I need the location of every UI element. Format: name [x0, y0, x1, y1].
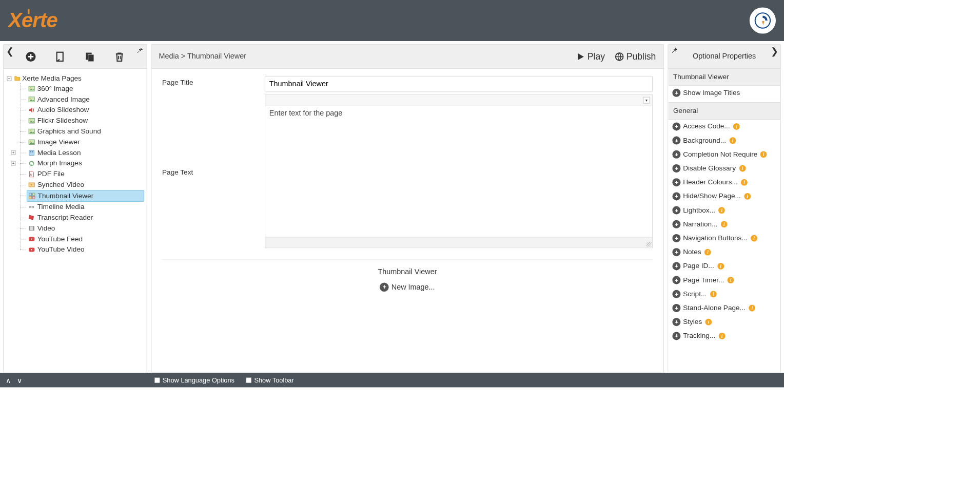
expander-icon[interactable]: + — [11, 161, 16, 166]
info-icon[interactable]: i — [710, 291, 717, 297]
svg-rect-12 — [29, 129, 34, 134]
property-label: Access Code... — [683, 122, 730, 130]
account-badge[interactable] — [750, 7, 776, 33]
tree-item[interactable]: APDF File — [27, 169, 144, 180]
pin-icon[interactable]: 📌︎ — [136, 46, 143, 55]
section-header: Thumbnail Viewer — [668, 69, 780, 86]
tree-item-label: Timeline Media — [37, 203, 85, 211]
info-icon[interactable]: i — [718, 207, 725, 214]
property-item[interactable]: +Show Image Titles — [668, 86, 780, 100]
tree-item[interactable]: Flickr Slideshow — [27, 116, 144, 126]
info-icon[interactable]: i — [705, 319, 712, 325]
tree-item[interactable]: Video — [27, 223, 144, 234]
play-icon — [576, 52, 585, 61]
property-label: Background... — [683, 137, 726, 145]
tree-item[interactable]: YouTube Feed — [27, 234, 144, 244]
info-icon[interactable]: i — [739, 165, 746, 172]
plus-circle-icon: + — [672, 150, 680, 159]
svg-rect-3 — [57, 52, 63, 61]
app-logo: Xerte — [8, 8, 82, 33]
footer-nav: ∧ ∨ — [0, 376, 149, 385]
right-panel: 📌︎ Optional Properties ❯ Thumbnail Viewe… — [668, 44, 781, 373]
property-item[interactable]: +Script...i — [668, 287, 780, 301]
info-icon[interactable]: i — [730, 137, 736, 144]
svg-text:Xerte: Xerte — [8, 9, 58, 31]
insert-button[interactable] — [54, 51, 66, 62]
tree-item[interactable]: Audio Slideshow — [27, 105, 144, 116]
expander-icon[interactable]: − — [7, 76, 12, 81]
checkbox-label: Show Toolbar — [254, 376, 293, 384]
caret-up-icon[interactable]: ∧ — [6, 376, 11, 385]
copy-button[interactable] — [84, 51, 95, 62]
property-item[interactable]: +Background...i — [668, 133, 780, 147]
tree-item[interactable]: Graphics and Sound — [27, 126, 144, 137]
tree-item[interactable]: Morph Images — [27, 158, 144, 169]
checkbox-input[interactable] — [154, 377, 160, 383]
tree-item[interactable]: YouTube Video — [27, 244, 144, 255]
property-item[interactable]: +Hide/Show Page...i — [668, 189, 780, 203]
property-item[interactable]: +Header Colours...i — [668, 176, 780, 189]
svg-rect-22 — [29, 193, 32, 196]
property-item[interactable]: +Narration...i — [668, 217, 780, 231]
pin-icon[interactable]: 📌︎ — [671, 46, 678, 55]
logo-graphic: Xerte — [8, 8, 82, 33]
property-item[interactable]: +Page Timer...i — [668, 273, 780, 287]
add-button[interactable] — [25, 51, 36, 62]
editor-body[interactable]: Enter text for the page — [265, 106, 652, 237]
property-item[interactable]: +Stand-Alone Page...i — [668, 301, 780, 315]
property-item[interactable]: +Completion Not Requiredi — [668, 147, 780, 161]
show-language-checkbox[interactable]: Show Language Options — [154, 376, 234, 384]
property-item[interactable]: +Page ID...i — [668, 259, 780, 273]
tree-item[interactable]: Thumbnail Viewer — [27, 190, 144, 201]
svg-text:A: A — [30, 174, 32, 176]
property-item[interactable]: +Navigation Buttons...i — [668, 231, 780, 245]
youtube-icon — [28, 246, 35, 253]
info-icon[interactable]: i — [719, 333, 726, 339]
tree-item[interactable]: Transcript Reader — [27, 213, 144, 223]
svg-point-11 — [30, 119, 31, 120]
new-image-button[interactable]: + New Image... — [380, 282, 435, 292]
tree-root-item[interactable]: − Xerte Media Pages — [6, 73, 144, 83]
tree-item[interactable]: Media Lesson — [27, 147, 144, 158]
caret-down-icon[interactable]: ∨ — [17, 376, 22, 385]
info-icon[interactable]: i — [744, 193, 751, 200]
plus-circle-icon: + — [672, 304, 680, 312]
tree-item[interactable]: 360° Image — [27, 83, 144, 94]
plus-circle-icon: + — [672, 332, 680, 340]
editor-resize-handle[interactable] — [265, 237, 652, 248]
tree-item[interactable]: Advanced Image — [27, 94, 144, 105]
info-icon[interactable]: i — [717, 263, 724, 270]
collapse-right-icon[interactable]: ❯ — [771, 46, 778, 57]
collapse-left-icon[interactable]: ❮ — [6, 46, 13, 57]
form-area: Page Title Page Text ▾ Enter text for th… — [151, 69, 663, 373]
property-item[interactable]: +Lightbox...i — [668, 203, 780, 217]
info-icon[interactable]: i — [741, 179, 748, 186]
property-item[interactable]: +Notesi — [668, 245, 780, 259]
info-icon[interactable]: i — [733, 123, 740, 130]
property-item[interactable]: +Disable Glossaryi — [668, 161, 780, 175]
expander-icon[interactable]: + — [11, 150, 16, 155]
property-item[interactable]: +Tracking...i — [668, 329, 780, 343]
show-toolbar-checkbox[interactable]: Show Toolbar — [246, 376, 293, 384]
info-icon[interactable]: i — [721, 221, 728, 227]
tree-item[interactable]: Timeline Media — [27, 202, 144, 213]
property-item[interactable]: +Stylesi — [668, 315, 780, 329]
delete-button[interactable] — [114, 51, 125, 62]
page-title-input[interactable] — [265, 76, 653, 92]
play-button[interactable]: Play — [576, 51, 605, 62]
publish-button[interactable]: Publish — [615, 51, 656, 62]
tree-item[interactable]: Synched Video — [27, 180, 144, 190]
svg-point-15 — [30, 141, 31, 142]
property-item[interactable]: +Access Code...i — [668, 120, 780, 133]
trash-icon — [114, 51, 125, 62]
info-icon[interactable]: i — [751, 235, 757, 242]
info-icon[interactable]: i — [760, 151, 767, 158]
info-icon[interactable]: i — [704, 249, 711, 256]
tree-item[interactable]: Image Viewer — [27, 137, 144, 147]
timeline-icon — [28, 204, 35, 210]
info-icon[interactable]: i — [749, 305, 755, 312]
checkbox-input[interactable] — [246, 377, 251, 383]
info-icon[interactable]: i — [728, 277, 734, 283]
editor-dropdown-icon[interactable]: ▾ — [643, 97, 650, 103]
plus-circle-icon: + — [672, 234, 680, 242]
